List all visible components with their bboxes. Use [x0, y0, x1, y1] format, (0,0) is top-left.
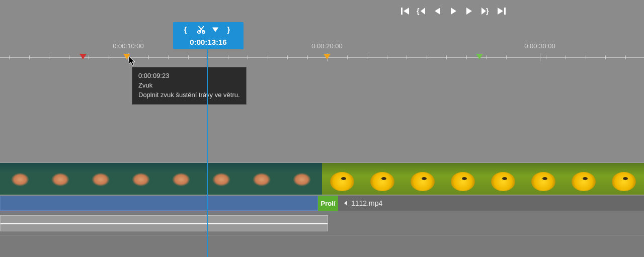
go-to-start-button[interactable] [400, 6, 410, 18]
clip-thumbnail [80, 163, 121, 195]
clip-thumbnail [564, 163, 604, 195]
clip-thumbnail [604, 163, 644, 195]
ruler-label: 0:00:20:00 [311, 42, 342, 50]
marker-tooltip: 0:00:09:23 Zvuk Doplnit zvuk šustění trá… [132, 67, 247, 105]
set-in-icon[interactable]: { [183, 25, 192, 36]
transport-controls: { } [400, 6, 507, 18]
svg-text:}: } [486, 7, 489, 15]
clip-thumbnail [0, 163, 40, 195]
svg-marker-23 [344, 201, 347, 206]
set-out-icon[interactable]: } [225, 25, 234, 36]
transition-badge[interactable]: Prolí [318, 196, 338, 211]
svg-marker-5 [451, 8, 456, 15]
marker-orange-2[interactable] [324, 54, 331, 60]
empty-track[interactable] [0, 235, 644, 257]
svg-marker-3 [421, 8, 425, 15]
svg-text:}: } [227, 26, 230, 34]
clip-thumbnail [40, 163, 80, 195]
marker-red[interactable] [79, 54, 87, 60]
clip-thumbnail [282, 163, 322, 195]
svg-text:{: { [184, 26, 187, 34]
video-track[interactable] [0, 162, 644, 195]
svg-marker-9 [498, 8, 503, 15]
playhead-menu-icon[interactable] [211, 25, 220, 36]
mouse-cursor-icon [129, 56, 137, 68]
clip-thumbnail [523, 163, 564, 195]
playhead-indicator[interactable]: { } 0:00:13:16 [173, 22, 244, 49]
clip-thumbnail [242, 163, 282, 195]
clip-thumbnail [322, 163, 362, 195]
svg-marker-11 [79, 54, 87, 59]
svg-marker-13 [324, 54, 331, 59]
timeline-ruler[interactable]: 0:00:10:000:00:20:000:00:30:00 [0, 40, 644, 60]
svg-marker-7 [481, 8, 486, 15]
svg-marker-20 [212, 28, 219, 32]
audio-waveform [1, 223, 328, 224]
ruler-label: 0:00:30:00 [524, 42, 555, 50]
previous-keyframe-button[interactable]: { [416, 6, 426, 18]
playhead-line[interactable] [207, 22, 208, 257]
clip-b-name: 1112.mp4 [351, 199, 382, 207]
svg-marker-1 [404, 8, 409, 15]
next-keyframe-button[interactable]: } [480, 6, 491, 18]
go-to-end-button[interactable] [497, 6, 507, 18]
play-button[interactable] [448, 6, 458, 18]
clip-start-icon [343, 201, 348, 206]
svg-marker-4 [435, 8, 440, 15]
clip-thumbnail [483, 163, 523, 195]
svg-marker-22 [129, 56, 135, 65]
tooltip-title: Zvuk [138, 81, 240, 91]
ruler-label: 0:00:10:00 [113, 42, 143, 50]
clip-thumbnail [121, 163, 161, 195]
marker-green[interactable] [476, 54, 483, 60]
clip-thumbnail [443, 163, 483, 195]
clip-thumbnail [403, 163, 443, 195]
audio-track[interactable] [0, 211, 644, 235]
svg-rect-10 [504, 8, 506, 15]
playhead-time: 0:00:13:16 [190, 38, 226, 46]
svg-marker-6 [466, 8, 472, 15]
cut-icon[interactable] [197, 25, 206, 36]
clip-thumbnail [362, 163, 403, 195]
clip-b-title-bar[interactable]: 1112.mp4 [338, 196, 644, 211]
clip-thumbnail [161, 163, 201, 195]
svg-rect-0 [401, 8, 403, 15]
svg-text:{: { [417, 7, 420, 15]
tooltip-time: 0:00:09:23 [138, 71, 240, 81]
clip-a-audio-bar[interactable] [0, 196, 318, 211]
tooltip-note: Doplnit zvuk šustění trávy ve větru. [138, 91, 240, 100]
svg-marker-14 [476, 54, 483, 59]
next-frame-button[interactable] [464, 6, 474, 18]
audio-clip[interactable] [0, 215, 328, 231]
previous-frame-button[interactable] [432, 6, 442, 18]
